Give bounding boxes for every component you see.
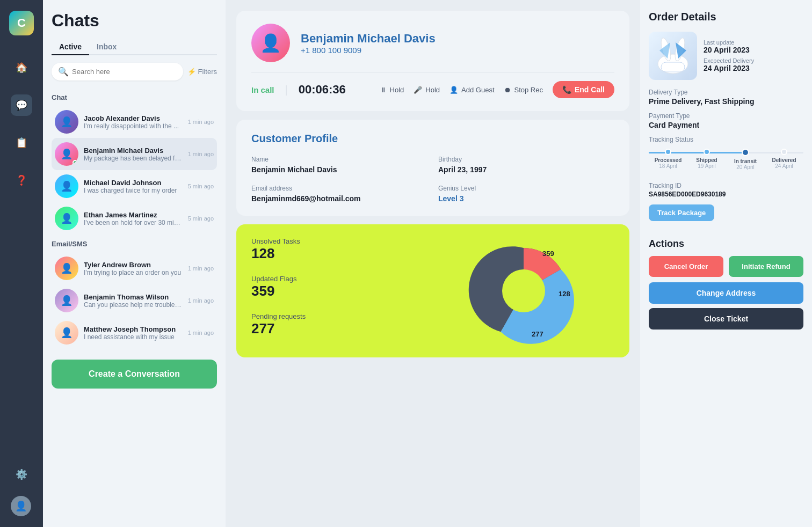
delivery-type-value: Prime Delivery, Fast Shipping bbox=[649, 97, 803, 106]
tracking-step-processed: Processed 18 April bbox=[649, 149, 687, 170]
sidebar-nav: C 🏠 💬 📋 ❓ ⚙️ 👤 bbox=[0, 0, 43, 527]
email-time-1: 1 min ago bbox=[188, 265, 214, 272]
expected-delivery-value: 24 April 2023 bbox=[704, 64, 754, 72]
add-guest-label: Add Guest bbox=[461, 86, 494, 94]
pending-label: Pending requests bbox=[251, 312, 433, 320]
sidebar-item-help[interactable]: ❓ bbox=[11, 170, 32, 191]
add-guest-button[interactable]: 👤 Add Guest bbox=[450, 86, 494, 94]
birthday-label: Birthday bbox=[438, 156, 614, 163]
chat-info-3: Michael David Johnson I was charged twic… bbox=[84, 179, 183, 194]
tracking-status-label: Tracking Status bbox=[649, 136, 803, 143]
pie-chart-container: 359 128 277 bbox=[433, 237, 614, 345]
birthday-value: April 23, 1997 bbox=[438, 165, 614, 174]
unsolved-value: 128 bbox=[251, 245, 433, 262]
actions-title: Actions bbox=[649, 238, 803, 250]
end-call-button[interactable]: 📞 End Call bbox=[553, 81, 614, 98]
phone-icon: 📞 bbox=[562, 85, 571, 94]
pie-chart: 359 128 277 bbox=[465, 237, 583, 345]
product-image bbox=[649, 32, 697, 80]
svg-point-1 bbox=[502, 269, 545, 312]
cancel-order-button[interactable]: Cancel Order bbox=[649, 256, 723, 277]
track-package-button[interactable]: Track Package bbox=[649, 204, 714, 221]
step-date-in-transit: 20 April bbox=[736, 164, 754, 170]
in-call-badge: In call bbox=[251, 85, 274, 94]
end-call-label: End Call bbox=[575, 85, 605, 94]
avatar-3: 👤 bbox=[55, 174, 78, 198]
filter-button[interactable]: ⚡ Filters bbox=[187, 68, 217, 76]
tracking-dot-delivered bbox=[781, 149, 787, 155]
call-actions: ⏸ Hold 🎤 Hold 👤 Add Guest ⏺ Stop Rec 📞 bbox=[380, 81, 614, 98]
email-time-2: 1 min ago bbox=[188, 297, 214, 304]
mute-button[interactable]: 🎤 Hold bbox=[414, 86, 440, 94]
chat-item-2[interactable]: 👤 Benjamin Michael Davis My package has … bbox=[52, 138, 217, 170]
avatar-5: 👤 bbox=[55, 257, 78, 280]
tab-active[interactable]: Active bbox=[52, 39, 89, 55]
caller-info: 👤 Benjamin Michael Davis +1 800 100 9009 bbox=[251, 24, 614, 62]
flags-value: 359 bbox=[251, 283, 433, 299]
create-conversation-button[interactable]: Create a Conversation bbox=[52, 360, 217, 389]
chat-name-3: Michael David Johnson bbox=[84, 179, 183, 187]
call-status-row: In call | 00:06:36 ⏸ Hold 🎤 Hold 👤 Add G… bbox=[251, 81, 614, 98]
email-time-3: 1 min ago bbox=[188, 330, 214, 336]
chart-label-277: 277 bbox=[532, 330, 543, 338]
search-input[interactable] bbox=[72, 68, 177, 76]
order-details-title: Order Details bbox=[649, 11, 803, 23]
tracking-steps-row: Processed 18 April Shipped 19 April In t… bbox=[649, 149, 803, 170]
email-item-3[interactable]: 👤 Matthew Joseph Thompson I need assista… bbox=[52, 317, 217, 349]
initiate-refund-button[interactable]: Initiate Refund bbox=[729, 256, 803, 277]
payment-type-value: Card Payment bbox=[649, 121, 803, 129]
add-user-icon: 👤 bbox=[450, 86, 458, 94]
hold-label: Hold bbox=[390, 86, 404, 94]
email-value: Benjaminmd669@hotmail.com bbox=[251, 194, 427, 203]
chart-label-359: 359 bbox=[542, 250, 554, 258]
mute-label: Hold bbox=[425, 86, 440, 94]
change-address-button[interactable]: Change Address bbox=[649, 282, 803, 304]
chat-preview-4: I've been on hold for over 30 minutes bbox=[84, 219, 183, 226]
email-item-1[interactable]: 👤 Tyler Andrew Brown I'm trying to place… bbox=[52, 252, 217, 284]
payment-type-label: Payment Type bbox=[649, 112, 803, 120]
email-label: Email address bbox=[251, 185, 427, 192]
avatar-1: 👤 bbox=[55, 110, 78, 134]
filter-icon: ⚡ bbox=[187, 68, 196, 76]
email-preview-1: I'm trying to place an order on you bbox=[84, 269, 183, 276]
profile-genius-field: Genius Level Level 3 bbox=[438, 185, 614, 203]
close-ticket-button[interactable]: Close Ticket bbox=[649, 308, 803, 330]
avatar-6: 👤 bbox=[55, 289, 78, 312]
call-timer: 00:06:36 bbox=[299, 83, 346, 97]
email-info-1: Tyler Andrew Brown I'm trying to place a… bbox=[84, 261, 183, 276]
avatar-4: 👤 bbox=[55, 207, 78, 230]
right-panel: Order Details Last update 20 April 2023 … bbox=[640, 0, 812, 527]
sidebar-item-settings[interactable]: ⚙️ bbox=[11, 464, 32, 485]
expected-delivery-field: Excpected Delivery 24 April 2023 bbox=[704, 57, 754, 72]
chat-name-2: Benjamin Michael Davis bbox=[84, 147, 183, 155]
chat-item-1[interactable]: 👤 Jacob Alexander Davis I'm really disap… bbox=[52, 106, 217, 138]
email-name-2: Benjamin Thomas Wilson bbox=[84, 293, 183, 301]
sidebar-item-notes[interactable]: 📋 bbox=[11, 132, 32, 153]
email-item-2[interactable]: 👤 Benjamin Thomas Wilson Can you please … bbox=[52, 284, 217, 317]
profile-grid: Name Benjamin Michael Davis Birthday Apr… bbox=[251, 156, 614, 203]
chat-item-4[interactable]: 👤 Ethan James Martinez I've been on hold… bbox=[52, 202, 217, 235]
delivery-type-label: Delivery Type bbox=[649, 89, 803, 96]
unsolved-tasks-stat: Unsolved Tasks 128 bbox=[251, 237, 433, 262]
stop-rec-button[interactable]: ⏺ Stop Rec bbox=[504, 86, 543, 94]
chat-item-3[interactable]: 👤 Michael David Johnson I was charged tw… bbox=[52, 170, 217, 202]
tab-inbox[interactable]: Inbox bbox=[89, 39, 124, 55]
sidebar-item-chat[interactable]: 💬 bbox=[11, 94, 32, 116]
step-date-shipped: 19 April bbox=[698, 163, 715, 169]
tracking-steps-container: Processed 18 April Shipped 19 April In t… bbox=[649, 149, 803, 175]
search-row: 🔍 ⚡ Filters bbox=[52, 63, 217, 80]
pause-icon: ⏸ bbox=[380, 86, 387, 94]
step-label-delivered: Delivered bbox=[772, 157, 796, 163]
product-row: Last update 20 April 2023 Excpected Deli… bbox=[649, 32, 803, 80]
chat-time-4: 5 min ago bbox=[188, 215, 214, 222]
chat-preview-3: I was charged twice for my order bbox=[84, 187, 183, 194]
tracking-step-delivered: Delivered 24 April bbox=[765, 149, 803, 170]
profile-birthday-field: Birthday April 23, 1997 bbox=[438, 156, 614, 174]
step-date-delivered: 24 April bbox=[775, 163, 793, 169]
tracking-dot-processed bbox=[665, 149, 671, 155]
sidebar-item-home[interactable]: 🏠 bbox=[11, 57, 32, 78]
caller-phone: +1 800 100 9009 bbox=[301, 46, 436, 55]
user-avatar[interactable]: 👤 bbox=[11, 496, 31, 516]
hold-button[interactable]: ⏸ Hold bbox=[380, 86, 404, 94]
updated-flags-stat: Updated Flags 359 bbox=[251, 275, 433, 299]
